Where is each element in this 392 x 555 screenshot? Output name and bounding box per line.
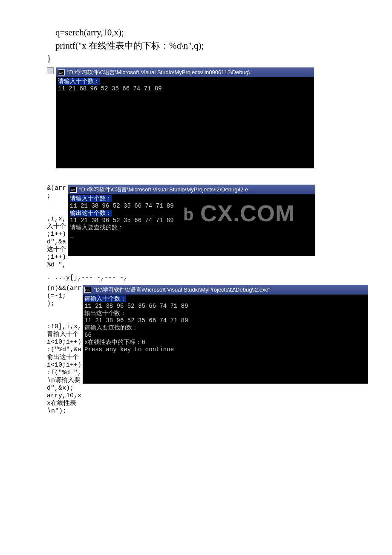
console-title-1: "D:\学习软件\C语言\Microsoft Visual Studio\MyP…: [67, 69, 250, 76]
code-line-3: }: [47, 53, 371, 64]
console-output-2: 请输入十个数： 11 21 38 96 52 35 66 74 71 89 输出…: [68, 194, 315, 256]
code-line-1: q=serch(arry,10,x);: [55, 27, 371, 38]
console-titlebar-2: C:\ "D:\学习软件\C语言\Microsoft Visual Studio…: [68, 185, 315, 194]
console-input-1: 11 21 68 96 52 35 66 74 71 89: [58, 85, 162, 92]
console-prompt-1: 请输入十个数：: [58, 78, 100, 85]
console-line: 66: [84, 332, 92, 338]
dialog-launcher-icon: [47, 67, 54, 74]
code-line-2: printf("x 在线性表中的下标：%d\n",q);: [55, 40, 371, 52]
code-fragment-left-2: &(arr ; ,i,x, 入十个 ;i++) d",&a 这十个 ;i++) …: [47, 185, 66, 269]
console-line: 输出这十个数：: [70, 210, 112, 217]
cmd-icon: C:\: [70, 187, 77, 193]
console-line: 请输入要查找的数：: [84, 324, 138, 331]
console-output-1: 请输入十个数： 11 21 68 96 52 35 66 74 71 89: [56, 77, 314, 168]
cmd-icon: C:\: [58, 69, 65, 75]
console-titlebar-3: C:\ "D:\学习软件\C语言\Microsoft Visual Studio…: [83, 285, 368, 295]
console-line: 11 21 38 96 52 35 66 74 71 89: [84, 317, 188, 324]
console-window-2: C:\ "D:\学习软件\C语言\Microsoft Visual Studio…: [68, 185, 315, 256]
console-line: 请输入要查找的数：: [70, 224, 124, 231]
console-line: Press any key to continue: [84, 346, 174, 353]
console-output-3: 请输入十个数： 11 21 38 96 52 35 66 74 71 89 输出…: [83, 295, 368, 384]
console-screenshot-3: (n)&&(arr (=-1; ); :10],i,x, 青输入十个 i<10;…: [47, 285, 371, 408]
console-title-2: "D:\学习软件\C语言\Microsoft Visual Studio\MyP…: [79, 186, 248, 194]
console-line: 请输入十个数：: [84, 295, 126, 302]
cmd-icon: C:\: [84, 287, 91, 293]
console-line: 11 21 38 96 52 35 66 74 71 89: [70, 202, 174, 209]
console-title-3: "D:\学习软件\C语言\Microsoft Visual Studio\MyP…: [94, 286, 270, 294]
console-window-3: C:\ "D:\学习软件\C语言\Microsoft Visual Studio…: [83, 285, 368, 384]
console-line: 11 21 38 96 52 35 66 74 71 89: [84, 303, 188, 309]
console-cursor: _: [70, 231, 73, 238]
console-line: x在线性表中的下标：6: [84, 339, 145, 346]
console-window-1: C:\ "D:\学习软件\C语言\Microsoft Visual Studio…: [56, 67, 314, 168]
console-screenshot-1: C:\ "D:\学习软件\C语言\Microsoft Visual Studio…: [47, 67, 371, 168]
console-line: 输出这十个数：: [84, 310, 126, 317]
console-line: 请输入十个数：: [70, 195, 112, 202]
console-line: 11 21 38 96 52 35 66 74 71 89: [70, 217, 174, 224]
console-screenshot-2: CX.COM &(arr ; ,i,x, 入十个 ;i++) d",&a 这十个…: [47, 185, 371, 273]
document-page: q=serch(arry,10,x); printf("x 在线性表中的下标：%…: [0, 0, 392, 425]
console-titlebar-1: C:\ "D:\学习软件\C语言\Microsoft Visual Studio…: [56, 67, 314, 77]
code-fragment-sep: . ...y[j,--- -,--- -,: [47, 274, 371, 281]
code-fragment-left-3: (n)&&(arr (=-1; ); :10],i,x, 青输入十个 i<10;…: [47, 285, 81, 415]
